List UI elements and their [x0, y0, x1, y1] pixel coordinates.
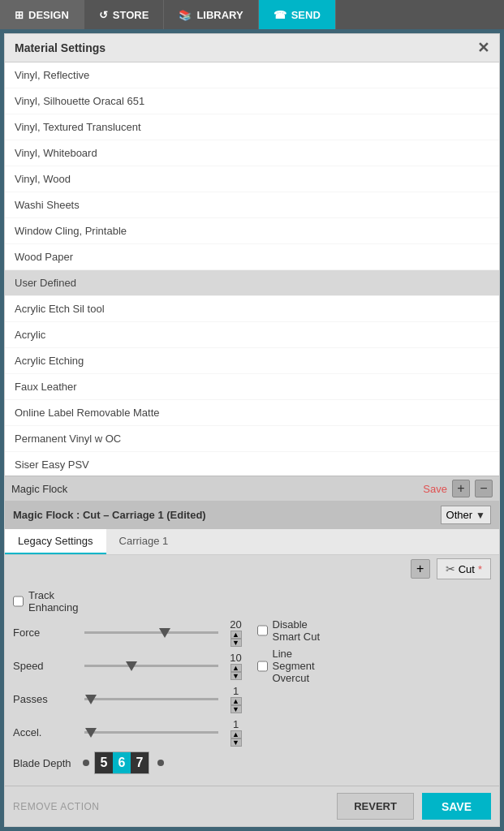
speed-slider-thumb — [126, 661, 137, 671]
action-bar: REMOVE ACTION REVERT SAVE — [5, 786, 499, 826]
tab-legacy-settings[interactable]: Legacy Settings — [5, 529, 106, 554]
footer-save-link[interactable]: Save — [423, 483, 447, 495]
blade-dot-left — [83, 760, 89, 766]
send-icon: ☎ — [274, 9, 286, 21]
plus-icon: + — [416, 562, 424, 576]
track-enhancing-row: Track Enhancing — [13, 589, 491, 614]
material-item-faux-leather[interactable]: Faux Leather — [5, 374, 499, 400]
settings-title: Magic Flock : Cut – Carriage 1 (Edited) — [13, 509, 206, 521]
accel-slider-container — [84, 731, 218, 734]
speed-up-button[interactable]: ▲ — [230, 664, 242, 672]
force-down-button[interactable]: ▼ — [230, 639, 242, 647]
material-item-vinyl-wood[interactable]: Vinyl, Wood — [5, 166, 499, 192]
accel-up-button[interactable]: ▲ — [230, 730, 242, 738]
settings-header: Magic Flock : Cut – Carriage 1 (Edited) … — [5, 501, 499, 529]
material-item-vinyl-silhouette[interactable]: Vinyl, Silhouette Oracal 651 — [5, 88, 499, 114]
accel-slider[interactable] — [84, 731, 218, 734]
add-material-button[interactable]: + — [452, 480, 470, 497]
material-item-washi-sheets[interactable]: Washi Sheets — [5, 192, 499, 218]
cut-action-button[interactable]: ✂ Cut * — [437, 558, 491, 579]
scissors-icon: ✂ — [446, 562, 455, 575]
material-item-online-label[interactable]: Online Label Removable Matte — [5, 400, 499, 426]
line-segment-label: Line Segment Overcut — [257, 648, 322, 684]
speed-down-button[interactable]: ▼ — [230, 672, 242, 680]
other-dropdown[interactable]: Other ▼ — [441, 506, 491, 524]
passes-up-button[interactable]: ▲ — [230, 697, 242, 705]
accel-value-spin: 1 ▲ ▼ — [225, 718, 248, 747]
force-row: Force 20 ▲ ▼ — [13, 618, 248, 647]
disable-smart-cut-checkbox[interactable] — [257, 625, 268, 636]
material-list-footer: Magic Flock Save + − — [5, 476, 499, 501]
right-settings-col: Disable Smart Cut Line Segment Overcut — [257, 618, 492, 779]
nav-tab-store[interactable]: ↺STORE — [84, 0, 165, 29]
material-item-vinyl-whiteboard[interactable]: Vinyl, Whiteboard — [5, 140, 499, 166]
speed-label: Speed — [13, 660, 78, 672]
add-cut-button[interactable]: + — [411, 559, 430, 579]
force-value: 20 — [225, 618, 248, 631]
material-item-permanent-vinyl[interactable]: Permanent Vinyl w OC — [5, 426, 499, 452]
footer-selected-name: Magic Flock — [11, 483, 418, 495]
disable-smart-cut-label: Disable Smart Cut — [257, 618, 322, 643]
speed-row: Speed 10 ▲ ▼ — [13, 652, 248, 680]
blade-digit-3: 7 — [131, 752, 149, 773]
nav-tab-send[interactable]: ☎SEND — [259, 0, 336, 29]
close-button[interactable]: ✕ — [477, 41, 489, 55]
force-spin-buttons: ▲ ▼ — [230, 631, 242, 647]
top-nav: ⊞DESIGN↺STORE📚LIBRARY☎SEND — [0, 0, 504, 29]
speed-value-spin: 10 ▲ ▼ — [225, 652, 248, 680]
dropdown-label: Other — [446, 509, 473, 521]
revert-button[interactable]: REVERT — [337, 793, 414, 820]
track-enhancing-checkbox[interactable] — [13, 596, 24, 607]
material-item-siser-easy[interactable]: Siser Easy PSV — [5, 452, 499, 476]
store-icon: ↺ — [99, 9, 108, 21]
modal-overlay: Material Settings ✕ Vinyl, ReflectiveVin… — [0, 29, 504, 831]
force-slider[interactable] — [84, 631, 218, 634]
nav-tab-design[interactable]: ⊞DESIGN — [0, 0, 84, 29]
passes-slider-thumb — [85, 695, 97, 704]
remove-action-button[interactable]: REMOVE ACTION — [13, 801, 100, 812]
disable-smart-cut-text: Disable Smart Cut — [273, 618, 322, 643]
accel-row: Accel. 1 ▲ ▼ — [13, 718, 248, 747]
material-item-acrylic[interactable]: Acrylic — [5, 322, 499, 348]
accel-slider-thumb — [85, 728, 97, 738]
nav-tab-library[interactable]: 📚LIBRARY — [164, 0, 258, 29]
accel-value: 1 — [225, 718, 248, 730]
passes-down-button[interactable]: ▼ — [230, 705, 242, 713]
blade-depth-label: Blade Depth — [13, 757, 78, 769]
passes-slider[interactable] — [84, 698, 218, 700]
passes-value-spin: 1 ▲ ▼ — [225, 685, 248, 713]
line-segment-checkbox[interactable] — [257, 661, 268, 672]
tab-carriage-1[interactable]: Carriage 1 — [106, 529, 182, 554]
speed-slider[interactable] — [84, 665, 218, 667]
save-button[interactable]: SAVE — [422, 793, 491, 820]
cut-asterisk: * — [478, 563, 482, 575]
force-up-button[interactable]: ▲ — [230, 631, 242, 639]
material-item-user-defined[interactable]: User Defined — [5, 270, 499, 296]
library-icon: 📚 — [179, 9, 192, 21]
material-item-acrylic-etching[interactable]: Acrylic Etching — [5, 348, 499, 374]
force-slider-container — [84, 631, 218, 634]
material-item-window-cling[interactable]: Window Cling, Printable — [5, 218, 499, 244]
settings-tabs: Legacy Settings Carriage 1 — [5, 529, 499, 555]
left-settings-col: Force 20 ▲ ▼ — [13, 618, 248, 779]
passes-spin-buttons: ▲ ▼ — [230, 697, 242, 713]
material-item-acrylic-etch-sil[interactable]: Acrylic Etch Sil tool — [5, 296, 499, 322]
material-list-container: Vinyl, ReflectiveVinyl, Silhouette Oraca… — [5, 62, 499, 476]
material-item-vinyl-reflective[interactable]: Vinyl, Reflective — [5, 62, 499, 88]
design-icon: ⊞ — [15, 9, 24, 21]
material-item-wood-paper[interactable]: Wood Paper — [5, 244, 499, 270]
action-right-buttons: REVERT SAVE — [337, 793, 491, 820]
passes-row: Passes 1 ▲ ▼ — [13, 685, 248, 713]
remove-material-button[interactable]: − — [475, 480, 493, 497]
modal-box: Material Settings ✕ Vinyl, ReflectiveVin… — [4, 33, 500, 827]
accel-down-button[interactable]: ▼ — [230, 738, 242, 747]
dropdown-arrow-icon: ▼ — [476, 510, 485, 521]
track-enhancing-text: Track Enhancing — [28, 589, 78, 614]
track-enhancing-label: Track Enhancing — [13, 589, 78, 614]
add-cut-bar: + ✂ Cut * — [5, 555, 499, 583]
accel-spin-buttons: ▲ ▼ — [230, 730, 242, 747]
material-item-vinyl-textured[interactable]: Vinyl, Textured Translucent — [5, 114, 499, 140]
blade-digit-1: 5 — [95, 752, 113, 773]
settings-section: Magic Flock : Cut – Carriage 1 (Edited) … — [5, 501, 499, 826]
material-list[interactable]: Vinyl, ReflectiveVinyl, Silhouette Oraca… — [5, 62, 499, 476]
